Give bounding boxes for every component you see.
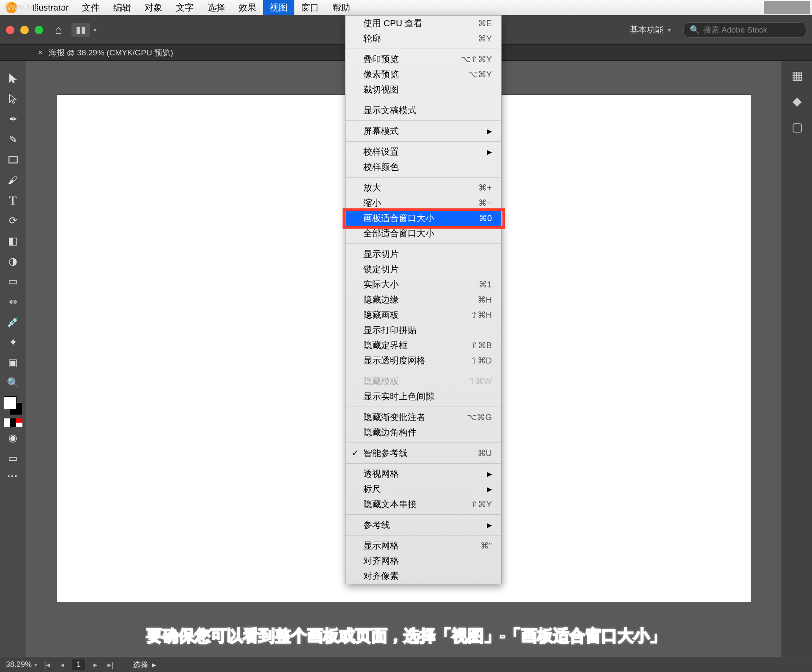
- pen-tool-icon[interactable]: ✒: [4, 110, 22, 128]
- menu-item[interactable]: 隐藏定界框⇧⌘B: [346, 338, 501, 353]
- menu-item-label: 裁切视图: [363, 84, 492, 96]
- menubar-edit[interactable]: 编辑: [107, 0, 138, 15]
- properties-panel-icon[interactable]: ▦: [792, 68, 803, 82]
- curvature-tool-icon[interactable]: ✎: [4, 130, 22, 149]
- menu-item-label: 隐藏定界框: [363, 339, 471, 351]
- menubar-file[interactable]: 文件: [75, 0, 107, 15]
- menu-item-label: 显示透明度网格: [363, 355, 470, 366]
- menu-item[interactable]: 显示透明度网格⇧⌘D: [346, 353, 501, 368]
- paintbrush-tool-icon[interactable]: 🖌: [4, 171, 22, 189]
- menu-item[interactable]: 像素预览⌥⌘Y: [346, 67, 501, 82]
- menu-item-label: 叠印预览: [363, 53, 461, 65]
- menu-shortcut: ⌘": [480, 541, 492, 551]
- draw-mode-icon[interactable]: ◉: [4, 429, 22, 447]
- menubar-view[interactable]: 视图: [263, 0, 294, 15]
- menu-item[interactable]: 校样颜色: [346, 159, 501, 175]
- menu-item[interactable]: 锁定切片: [346, 262, 501, 277]
- gradient-tool-icon[interactable]: ▭: [4, 272, 22, 291]
- eraser-tool-icon[interactable]: ◧: [4, 232, 22, 250]
- zoom-level[interactable]: 38.29% ▾: [6, 660, 37, 669]
- libraries-panel-icon[interactable]: ▢: [792, 120, 803, 134]
- shape-builder-tool-icon[interactable]: ◑: [4, 252, 22, 270]
- menu-item[interactable]: 隐藏边角构件: [346, 425, 501, 440]
- window-traffic-lights[interactable]: [6, 26, 43, 34]
- width-tool-icon[interactable]: ⇔: [4, 292, 22, 311]
- layers-panel-icon[interactable]: ◆: [793, 94, 802, 108]
- menu-item[interactable]: 显示切片: [346, 246, 501, 262]
- color-mode-row[interactable]: [4, 418, 22, 427]
- prev-artboard-icon[interactable]: ◂: [57, 660, 68, 669]
- close-window-icon[interactable]: [6, 26, 14, 34]
- menu-item[interactable]: 透视网格▶: [346, 466, 501, 481]
- type-tool-icon[interactable]: T: [4, 191, 22, 210]
- menu-item[interactable]: 实际大小⌘1: [346, 277, 501, 292]
- fill-stroke-swatch[interactable]: [4, 396, 22, 415]
- menu-item[interactable]: 校样设置▶: [346, 144, 501, 159]
- menu-item[interactable]: 对齐像素: [346, 568, 501, 584]
- menu-item[interactable]: 显示文稿模式: [346, 103, 501, 118]
- menu-separator: [346, 141, 501, 142]
- menu-item[interactable]: 显示打印拼贴: [346, 322, 501, 338]
- menu-item[interactable]: 画板适合窗口大小⌘0: [346, 210, 501, 226]
- minimize-window-icon[interactable]: [20, 26, 29, 34]
- rectangle-tool-icon[interactable]: [4, 150, 22, 169]
- selection-tool-icon[interactable]: [4, 69, 22, 88]
- menu-item[interactable]: 叠印预览⌥⇧⌘Y: [346, 52, 501, 67]
- check-icon: ✓: [351, 448, 359, 458]
- menu-item[interactable]: 全部适合窗口大小: [346, 226, 501, 241]
- close-tab-icon[interactable]: ×: [38, 48, 43, 57]
- menubar-help[interactable]: 帮助: [326, 0, 357, 15]
- menu-item[interactable]: 轮廓⌘Y: [346, 31, 501, 46]
- menu-item[interactable]: 参考线▶: [346, 517, 501, 533]
- menu-item[interactable]: ✓智能参考线⌘U: [346, 445, 501, 461]
- menubar-app[interactable]: Illustrator: [25, 0, 75, 15]
- menu-item[interactable]: 隐藏画板⇧⌘H: [346, 307, 501, 322]
- menu-item[interactable]: 隐藏渐变批注者⌥⌘G: [346, 410, 501, 425]
- menu-item[interactable]: 屏幕模式▶: [346, 123, 501, 139]
- home-icon[interactable]: ⌂: [55, 23, 62, 37]
- zoom-tool-icon[interactable]: 🔍: [4, 374, 22, 392]
- eyedropper-tool-icon[interactable]: 💉: [4, 313, 22, 331]
- search-stock-input[interactable]: 🔍 搜索 Adobe Stock: [683, 22, 806, 38]
- menu-item[interactable]: 缩小⌘−: [346, 195, 501, 210]
- workspace-label: 基本功能: [630, 24, 664, 36]
- screen-mode-icon[interactable]: ▭: [4, 449, 22, 467]
- menu-item[interactable]: 隐藏文本串接⇧⌘Y: [346, 497, 501, 512]
- document-tab-title[interactable]: 海报 @ 38.29% (CMYK/GPU 预览): [49, 47, 173, 58]
- menu-item[interactable]: 放大⌘+: [346, 180, 501, 195]
- menubar-object[interactable]: 对象: [138, 0, 169, 15]
- menubar-text[interactable]: 文字: [169, 0, 200, 15]
- menu-item[interactable]: 显示实时上色间隙: [346, 389, 501, 404]
- menu-item[interactable]: 裁切视图: [346, 82, 501, 97]
- menu-item[interactable]: 使用 CPU 查看⌘E: [346, 16, 501, 31]
- edit-toolbar-icon[interactable]: •••: [8, 473, 19, 480]
- menu-separator: [346, 243, 501, 244]
- first-artboard-icon[interactable]: |◂: [41, 660, 52, 669]
- direct-selection-tool-icon[interactable]: [4, 90, 22, 108]
- chevron-down-icon[interactable]: ▾: [93, 27, 96, 33]
- layout-arrange-icon[interactable]: ▮▮: [71, 23, 90, 37]
- menu-shortcut: ⌥⌘Y: [468, 69, 492, 79]
- menu-item[interactable]: 显示网格⌘": [346, 538, 501, 553]
- menubar-select[interactable]: 选择: [200, 0, 232, 15]
- menu-item-label: 标尺: [363, 483, 487, 495]
- workspace-selector[interactable]: 基本功能 ▾: [630, 24, 671, 36]
- next-artboard-icon[interactable]: ▸: [90, 660, 101, 669]
- maximize-window-icon[interactable]: [35, 26, 43, 34]
- menubar-effect[interactable]: 效果: [232, 0, 263, 15]
- right-panel: ▦ ◆ ▢: [782, 61, 812, 657]
- blend-tool-icon[interactable]: ✦: [4, 333, 22, 352]
- menu-item[interactable]: 对齐网格: [346, 553, 501, 568]
- rotate-tool-icon[interactable]: ⟳: [4, 211, 22, 230]
- menu-separator: [346, 443, 501, 443]
- menubar-window[interactable]: 窗口: [294, 0, 326, 15]
- menu-item-label: 像素预览: [363, 68, 468, 80]
- last-artboard-icon[interactable]: ▸|: [105, 660, 116, 669]
- chevron-right-icon: ▸: [152, 660, 156, 669]
- artboard-index[interactable]: 1: [72, 659, 85, 670]
- submenu-arrow-icon: ▶: [487, 485, 492, 493]
- menu-item-label: 显示打印拼贴: [363, 324, 492, 336]
- menu-item[interactable]: 标尺▶: [346, 481, 501, 497]
- menu-item[interactable]: 隐藏边缘⌘H: [346, 292, 501, 307]
- artboard-tool-icon[interactable]: ▣: [4, 353, 22, 372]
